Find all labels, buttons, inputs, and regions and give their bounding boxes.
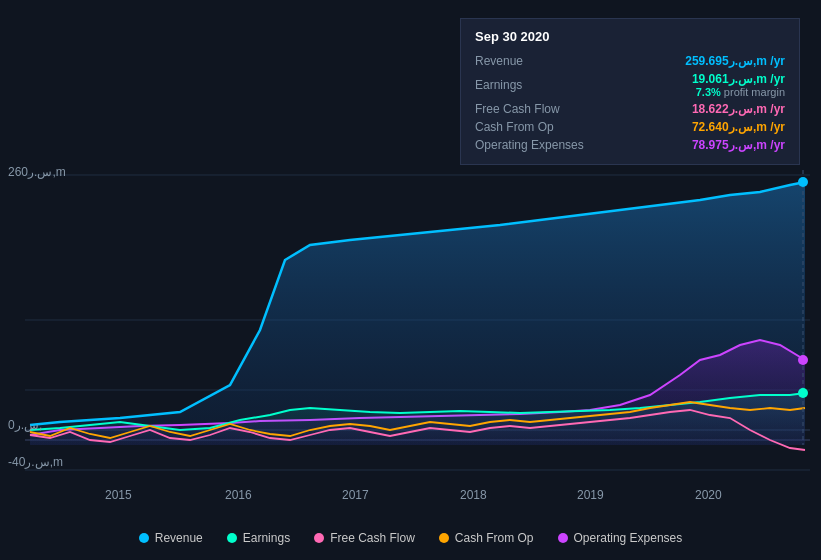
x-label-2019: 2019 (577, 488, 604, 502)
tooltip-opexp-label: Operating Expenses (475, 138, 692, 152)
tooltip-cashop-row: Cash From Op 72.640س.ر,m /yr (475, 118, 785, 136)
tooltip-freecash-value: 18.622س.ر,m /yr (692, 102, 785, 116)
tooltip-title: Sep 30 2020 (475, 29, 785, 44)
tooltip-cashop-label: Cash From Op (475, 120, 692, 134)
x-label-2020: 2020 (695, 488, 722, 502)
svg-point-9 (798, 355, 808, 365)
chart-legend: Revenue Earnings Free Cash Flow Cash Fro… (0, 531, 821, 545)
tooltip-panel: Sep 30 2020 Revenue 259.695س.ر,m /yr Ear… (460, 18, 800, 165)
legend-dot-opexp (558, 533, 568, 543)
y-label-bot: -40س.ر,m (8, 455, 63, 469)
svg-point-10 (798, 388, 808, 398)
tooltip-revenue-row: Revenue 259.695س.ر,m /yr (475, 52, 785, 70)
legend-label-earnings: Earnings (243, 531, 290, 545)
legend-item-earnings[interactable]: Earnings (227, 531, 290, 545)
legend-dot-cashop (439, 533, 449, 543)
tooltip-profit-label: profit margin (724, 86, 785, 98)
svg-point-8 (798, 177, 808, 187)
tooltip-earnings-row: Earnings 19.061س.ر,m /yr 7.3% profit mar… (475, 70, 785, 100)
legend-dot-revenue (139, 533, 149, 543)
tooltip-freecash-label: Free Cash Flow (475, 102, 692, 116)
legend-dot-freecash (314, 533, 324, 543)
x-label-2016: 2016 (225, 488, 252, 502)
x-label-2017: 2017 (342, 488, 369, 502)
legend-label-revenue: Revenue (155, 531, 203, 545)
tooltip-freecash-row: Free Cash Flow 18.622س.ر,m /yr (475, 100, 785, 118)
tooltip-revenue-label: Revenue (475, 54, 685, 68)
tooltip-earnings-value: 19.061س.ر,m /yr (692, 72, 785, 86)
x-label-2015: 2015 (105, 488, 132, 502)
tooltip-opexp-row: Operating Expenses 78.975س.ر,m /yr (475, 136, 785, 154)
legend-label-cashop: Cash From Op (455, 531, 534, 545)
tooltip-profit-pct: 7.3% (696, 86, 721, 98)
legend-dot-earnings (227, 533, 237, 543)
tooltip-revenue-value: 259.695س.ر,m /yr (685, 54, 785, 68)
tooltip-earnings-label: Earnings (475, 78, 692, 92)
chart-container: 260س.ر,m 0س.ر, -40س.ر,m 2015 2016 2017 2… (0, 0, 821, 560)
legend-label-freecash: Free Cash Flow (330, 531, 415, 545)
legend-label-opexp: Operating Expenses (574, 531, 683, 545)
legend-item-freecash[interactable]: Free Cash Flow (314, 531, 415, 545)
tooltip-cashop-value: 72.640س.ر,m /yr (692, 120, 785, 134)
tooltip-opexp-value: 78.975س.ر,m /yr (692, 138, 785, 152)
y-label-top: 260س.ر,m (8, 165, 66, 179)
legend-item-cashop[interactable]: Cash From Op (439, 531, 534, 545)
y-label-mid: 0س.ر, (8, 418, 42, 432)
legend-item-opexp[interactable]: Operating Expenses (558, 531, 683, 545)
legend-item-revenue[interactable]: Revenue (139, 531, 203, 545)
x-label-2018: 2018 (460, 488, 487, 502)
